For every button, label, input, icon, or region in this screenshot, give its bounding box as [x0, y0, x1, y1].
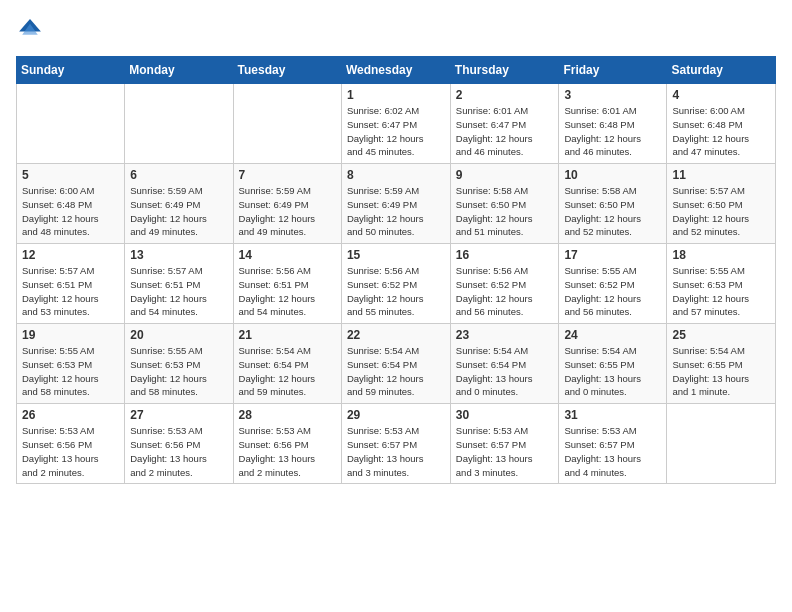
- calendar-cell: 4Sunrise: 6:00 AMSunset: 6:48 PMDaylight…: [667, 84, 776, 164]
- day-info: Sunrise: 5:53 AMSunset: 6:57 PMDaylight:…: [347, 424, 445, 479]
- day-info: Sunrise: 5:59 AMSunset: 6:49 PMDaylight:…: [130, 184, 227, 239]
- day-info: Sunrise: 5:57 AMSunset: 6:51 PMDaylight:…: [22, 264, 119, 319]
- day-number: 1: [347, 88, 445, 102]
- calendar-cell: 25Sunrise: 5:54 AMSunset: 6:55 PMDayligh…: [667, 324, 776, 404]
- weekday-header-row: SundayMondayTuesdayWednesdayThursdayFrid…: [17, 57, 776, 84]
- day-info: Sunrise: 6:00 AMSunset: 6:48 PMDaylight:…: [22, 184, 119, 239]
- day-info: Sunrise: 5:55 AMSunset: 6:53 PMDaylight:…: [22, 344, 119, 399]
- weekday-header-friday: Friday: [559, 57, 667, 84]
- day-number: 20: [130, 328, 227, 342]
- calendar-cell: 19Sunrise: 5:55 AMSunset: 6:53 PMDayligh…: [17, 324, 125, 404]
- day-number: 8: [347, 168, 445, 182]
- day-info: Sunrise: 5:53 AMSunset: 6:57 PMDaylight:…: [456, 424, 554, 479]
- day-number: 19: [22, 328, 119, 342]
- calendar-table: SundayMondayTuesdayWednesdayThursdayFrid…: [16, 56, 776, 484]
- day-number: 7: [239, 168, 336, 182]
- day-info: Sunrise: 5:56 AMSunset: 6:52 PMDaylight:…: [347, 264, 445, 319]
- calendar-cell: 23Sunrise: 5:54 AMSunset: 6:54 PMDayligh…: [450, 324, 559, 404]
- weekday-header-tuesday: Tuesday: [233, 57, 341, 84]
- day-number: 4: [672, 88, 770, 102]
- calendar-cell: 21Sunrise: 5:54 AMSunset: 6:54 PMDayligh…: [233, 324, 341, 404]
- calendar-cell: 1Sunrise: 6:02 AMSunset: 6:47 PMDaylight…: [341, 84, 450, 164]
- day-number: 21: [239, 328, 336, 342]
- day-info: Sunrise: 5:56 AMSunset: 6:51 PMDaylight:…: [239, 264, 336, 319]
- day-info: Sunrise: 6:02 AMSunset: 6:47 PMDaylight:…: [347, 104, 445, 159]
- calendar-cell: [233, 84, 341, 164]
- calendar-cell: 8Sunrise: 5:59 AMSunset: 6:49 PMDaylight…: [341, 164, 450, 244]
- day-info: Sunrise: 5:56 AMSunset: 6:52 PMDaylight:…: [456, 264, 554, 319]
- day-info: Sunrise: 5:54 AMSunset: 6:55 PMDaylight:…: [564, 344, 661, 399]
- calendar-cell: 9Sunrise: 5:58 AMSunset: 6:50 PMDaylight…: [450, 164, 559, 244]
- day-info: Sunrise: 5:54 AMSunset: 6:54 PMDaylight:…: [347, 344, 445, 399]
- day-number: 30: [456, 408, 554, 422]
- calendar-week-2: 5Sunrise: 6:00 AMSunset: 6:48 PMDaylight…: [17, 164, 776, 244]
- calendar-cell: 10Sunrise: 5:58 AMSunset: 6:50 PMDayligh…: [559, 164, 667, 244]
- day-number: 10: [564, 168, 661, 182]
- calendar-cell: [17, 84, 125, 164]
- day-number: 24: [564, 328, 661, 342]
- calendar-week-3: 12Sunrise: 5:57 AMSunset: 6:51 PMDayligh…: [17, 244, 776, 324]
- day-info: Sunrise: 5:57 AMSunset: 6:51 PMDaylight:…: [130, 264, 227, 319]
- calendar-cell: 18Sunrise: 5:55 AMSunset: 6:53 PMDayligh…: [667, 244, 776, 324]
- calendar-cell: 11Sunrise: 5:57 AMSunset: 6:50 PMDayligh…: [667, 164, 776, 244]
- day-info: Sunrise: 5:54 AMSunset: 6:54 PMDaylight:…: [239, 344, 336, 399]
- day-number: 23: [456, 328, 554, 342]
- day-info: Sunrise: 5:53 AMSunset: 6:57 PMDaylight:…: [564, 424, 661, 479]
- day-number: 15: [347, 248, 445, 262]
- calendar-cell: 30Sunrise: 5:53 AMSunset: 6:57 PMDayligh…: [450, 404, 559, 484]
- day-number: 6: [130, 168, 227, 182]
- calendar-cell: 12Sunrise: 5:57 AMSunset: 6:51 PMDayligh…: [17, 244, 125, 324]
- calendar-cell: 17Sunrise: 5:55 AMSunset: 6:52 PMDayligh…: [559, 244, 667, 324]
- calendar-cell: 26Sunrise: 5:53 AMSunset: 6:56 PMDayligh…: [17, 404, 125, 484]
- weekday-header-wednesday: Wednesday: [341, 57, 450, 84]
- calendar-cell: 31Sunrise: 5:53 AMSunset: 6:57 PMDayligh…: [559, 404, 667, 484]
- day-number: 3: [564, 88, 661, 102]
- day-number: 5: [22, 168, 119, 182]
- day-info: Sunrise: 5:58 AMSunset: 6:50 PMDaylight:…: [456, 184, 554, 239]
- calendar-cell: [125, 84, 233, 164]
- day-info: Sunrise: 5:53 AMSunset: 6:56 PMDaylight:…: [130, 424, 227, 479]
- calendar-cell: [667, 404, 776, 484]
- calendar-week-5: 26Sunrise: 5:53 AMSunset: 6:56 PMDayligh…: [17, 404, 776, 484]
- day-number: 26: [22, 408, 119, 422]
- weekday-header-monday: Monday: [125, 57, 233, 84]
- day-number: 18: [672, 248, 770, 262]
- calendar-cell: 27Sunrise: 5:53 AMSunset: 6:56 PMDayligh…: [125, 404, 233, 484]
- calendar-cell: 22Sunrise: 5:54 AMSunset: 6:54 PMDayligh…: [341, 324, 450, 404]
- day-number: 16: [456, 248, 554, 262]
- day-info: Sunrise: 6:01 AMSunset: 6:48 PMDaylight:…: [564, 104, 661, 159]
- calendar-cell: 28Sunrise: 5:53 AMSunset: 6:56 PMDayligh…: [233, 404, 341, 484]
- day-number: 22: [347, 328, 445, 342]
- logo-icon: [16, 16, 44, 44]
- weekday-header-thursday: Thursday: [450, 57, 559, 84]
- day-info: Sunrise: 5:53 AMSunset: 6:56 PMDaylight:…: [22, 424, 119, 479]
- day-number: 14: [239, 248, 336, 262]
- calendar-cell: 2Sunrise: 6:01 AMSunset: 6:47 PMDaylight…: [450, 84, 559, 164]
- calendar-cell: 14Sunrise: 5:56 AMSunset: 6:51 PMDayligh…: [233, 244, 341, 324]
- calendar-cell: 29Sunrise: 5:53 AMSunset: 6:57 PMDayligh…: [341, 404, 450, 484]
- day-number: 29: [347, 408, 445, 422]
- day-number: 17: [564, 248, 661, 262]
- day-info: Sunrise: 5:53 AMSunset: 6:56 PMDaylight:…: [239, 424, 336, 479]
- calendar-cell: 5Sunrise: 6:00 AMSunset: 6:48 PMDaylight…: [17, 164, 125, 244]
- calendar-cell: 15Sunrise: 5:56 AMSunset: 6:52 PMDayligh…: [341, 244, 450, 324]
- calendar-cell: 3Sunrise: 6:01 AMSunset: 6:48 PMDaylight…: [559, 84, 667, 164]
- weekday-header-sunday: Sunday: [17, 57, 125, 84]
- day-info: Sunrise: 5:59 AMSunset: 6:49 PMDaylight:…: [347, 184, 445, 239]
- day-info: Sunrise: 5:54 AMSunset: 6:54 PMDaylight:…: [456, 344, 554, 399]
- day-number: 25: [672, 328, 770, 342]
- day-number: 13: [130, 248, 227, 262]
- calendar-cell: 6Sunrise: 5:59 AMSunset: 6:49 PMDaylight…: [125, 164, 233, 244]
- day-info: Sunrise: 6:01 AMSunset: 6:47 PMDaylight:…: [456, 104, 554, 159]
- day-number: 9: [456, 168, 554, 182]
- day-info: Sunrise: 5:54 AMSunset: 6:55 PMDaylight:…: [672, 344, 770, 399]
- logo: [16, 16, 48, 44]
- day-info: Sunrise: 5:55 AMSunset: 6:53 PMDaylight:…: [672, 264, 770, 319]
- calendar-cell: 16Sunrise: 5:56 AMSunset: 6:52 PMDayligh…: [450, 244, 559, 324]
- day-info: Sunrise: 5:57 AMSunset: 6:50 PMDaylight:…: [672, 184, 770, 239]
- day-info: Sunrise: 5:58 AMSunset: 6:50 PMDaylight:…: [564, 184, 661, 239]
- day-number: 2: [456, 88, 554, 102]
- weekday-header-saturday: Saturday: [667, 57, 776, 84]
- day-number: 11: [672, 168, 770, 182]
- calendar-cell: 20Sunrise: 5:55 AMSunset: 6:53 PMDayligh…: [125, 324, 233, 404]
